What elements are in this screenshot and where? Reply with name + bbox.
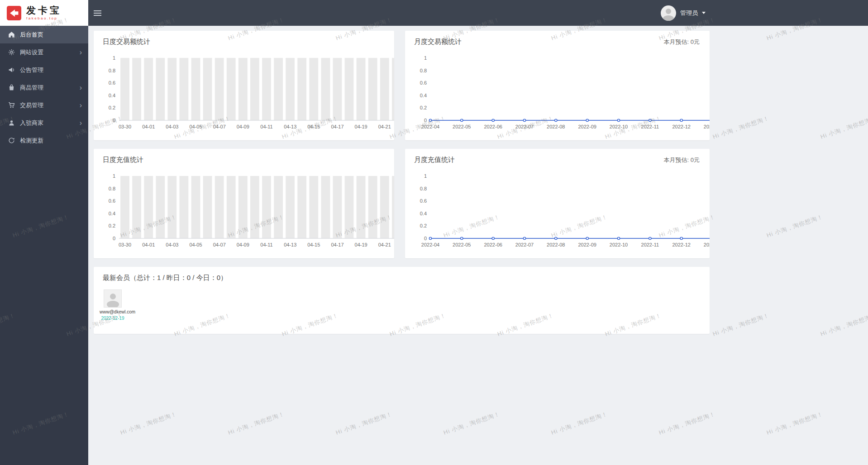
card-title: 月度充值统计 (414, 156, 455, 164)
sidebar-item-merchants[interactable]: 入驻商家 › (0, 114, 88, 132)
charts-row-1: 日度交易额统计 00.20.40.60.8103-3004-0104-0304-… (94, 31, 710, 140)
brand-logo-icon (6, 5, 22, 21)
svg-text:0.8: 0.8 (420, 186, 427, 191)
sidebar-item-orders[interactable]: 交易管理 › (0, 96, 88, 114)
charts-row-2: 日度充值统计 00.20.40.60.8103-3004-0104-0304-0… (94, 149, 710, 258)
watermark-text: Hi 小淘，淘你想淘！ (658, 410, 717, 437)
topbar: 发卡宝 fakebao.top 管理员 (0, 0, 868, 26)
svg-text:2022-06: 2022-06 (484, 242, 502, 247)
svg-text:03-30: 03-30 (119, 242, 131, 247)
sidebar-item-site-settings[interactable]: 网站设置 › (0, 43, 88, 61)
svg-text:04-21: 04-21 (378, 124, 391, 129)
svg-text:2022-05: 2022-05 (453, 124, 471, 129)
svg-text:2022-06: 2022-06 (484, 124, 502, 129)
svg-text:0.8: 0.8 (109, 68, 115, 73)
user-menu[interactable]: 管理员 (661, 0, 706, 26)
svg-text:0.4: 0.4 (420, 211, 427, 216)
sidebar-item-products[interactable]: 商品管理 › (0, 79, 88, 96)
svg-text:0.2: 0.2 (420, 105, 427, 110)
watermark-text: Hi 小淘，淘你想淘！ (335, 410, 394, 437)
latest-members-title: 最新会员（总计：1 / 昨日：0 / 今日：0） (103, 274, 227, 282)
chevron-right-icon: › (80, 102, 82, 109)
svg-text:0.2: 0.2 (420, 223, 427, 228)
sidebar-item-label: 商品管理 (20, 84, 80, 92)
daily-transactions-chart: 00.20.40.60.8103-3004-0104-0304-0504-070… (98, 52, 394, 132)
svg-text:0.2: 0.2 (109, 105, 115, 110)
hamburger-icon (94, 10, 101, 11)
chevron-right-icon: › (80, 119, 82, 127)
svg-text:2022-09: 2022-09 (578, 124, 596, 129)
card-daily-recharge: 日度充值统计 00.20.40.60.8103-3004-0104-0304-0… (94, 149, 394, 258)
svg-text:0.6: 0.6 (420, 198, 427, 204)
sidebar-item-label: 后台首页 (20, 31, 82, 39)
svg-text:04-17: 04-17 (331, 124, 343, 129)
svg-text:04-05: 04-05 (189, 124, 202, 129)
sidebar-item-label: 公告管理 (20, 66, 82, 74)
svg-text:04-19: 04-19 (355, 124, 367, 129)
svg-text:2022-08: 2022-08 (547, 124, 565, 129)
svg-text:0.4: 0.4 (109, 93, 115, 98)
svg-text:04-15: 04-15 (307, 124, 320, 129)
sidebar: 后台首页 网站设置 › 公告管理 商品管理 › 交易管理 › (0, 26, 88, 465)
sidebar-item-home[interactable]: 后台首页 (0, 26, 88, 43)
svg-text:0: 0 (113, 236, 115, 241)
chevron-right-icon: › (80, 49, 82, 56)
watermark-text: Hi 小淘，淘你想淘！ (119, 410, 178, 437)
member-avatar (104, 289, 122, 308)
svg-text:03-30: 03-30 (119, 124, 131, 129)
svg-text:04-11: 04-11 (260, 124, 272, 129)
svg-text:04-09: 04-09 (237, 242, 249, 247)
svg-text:0.2: 0.2 (109, 223, 115, 228)
svg-text:04-03: 04-03 (166, 242, 178, 247)
monthly-transactions-chart: 00.20.40.60.812022-042022-052022-062022-… (410, 52, 710, 132)
cart-icon (8, 102, 15, 109)
monthly-estimate-label: 本月预估: 0元 (664, 38, 700, 46)
card-title: 月度交易额统计 (414, 38, 462, 46)
svg-text:04-11: 04-11 (260, 242, 272, 247)
monthly-recharge-chart: 00.20.40.60.812022-042022-052022-062022-… (410, 171, 710, 250)
sidebar-item-announcements[interactable]: 公告管理 (0, 61, 88, 79)
sidebar-item-label: 检测更新 (20, 137, 82, 145)
svg-text:04-09: 04-09 (237, 124, 249, 129)
sidebar-toggle-button[interactable] (94, 0, 113, 26)
daily-recharge-chart: 00.20.40.60.8103-3004-0104-0304-0504-070… (98, 171, 394, 250)
svg-text:04-01: 04-01 (142, 242, 155, 247)
watermark-text: Hi 小淘，淘你想淘！ (766, 410, 825, 437)
card-monthly-recharge: 月度充值统计 本月预估: 0元 00.20.40.60.812022-04202… (405, 149, 710, 258)
monthly-estimate-label: 本月预估: 0元 (664, 156, 700, 164)
svg-text:04-15: 04-15 (307, 242, 320, 247)
brand-logo[interactable]: 发卡宝 fakebao.top (0, 0, 88, 26)
svg-text:04-19: 04-19 (355, 242, 367, 247)
chevron-right-icon: › (80, 84, 82, 91)
svg-text:0.6: 0.6 (109, 198, 115, 204)
svg-text:04-05: 04-05 (189, 242, 202, 247)
svg-text:0.6: 0.6 (109, 80, 115, 85)
card-monthly-transactions: 月度交易额统计 本月预估: 0元 00.20.40.60.812022-0420… (405, 31, 710, 140)
svg-text:0: 0 (424, 236, 427, 241)
brand-domain: fakebao.top (26, 16, 62, 20)
svg-text:2022-04: 2022-04 (421, 124, 439, 129)
svg-text:2022-09: 2022-09 (578, 242, 596, 247)
member-date-link[interactable]: 2022-12-19 (100, 316, 126, 321)
card-latest-members: 最新会员（总计：1 / 昨日：0 / 今日：0） www@dkewl.com 2… (94, 267, 710, 334)
sidebar-item-label: 入驻商家 (20, 119, 80, 127)
svg-text:2022-04: 2022-04 (421, 242, 439, 247)
chevron-down-icon (702, 12, 706, 14)
svg-text:2022-07: 2022-07 (515, 242, 534, 247)
svg-text:04-13: 04-13 (284, 124, 296, 129)
svg-text:0: 0 (113, 118, 115, 123)
svg-text:1: 1 (113, 55, 115, 61)
svg-text:04-03: 04-03 (166, 124, 178, 129)
svg-text:0.4: 0.4 (420, 93, 427, 98)
svg-text:2023-01: 2023-01 (704, 242, 710, 247)
svg-text:0.6: 0.6 (420, 80, 427, 85)
svg-text:2022-05: 2022-05 (453, 242, 471, 247)
watermark-text: Hi 小淘，淘你想淘！ (820, 311, 868, 338)
svg-text:04-07: 04-07 (213, 242, 226, 247)
user-avatar (661, 5, 676, 21)
user-icon (8, 119, 15, 126)
svg-text:04-13: 04-13 (284, 242, 296, 247)
watermark-text: Hi 小淘，淘你想淘！ (227, 410, 286, 437)
sidebar-item-check-update[interactable]: 检测更新 (0, 132, 88, 149)
main-content: 日度交易额统计 00.20.40.60.8103-3004-0104-0304-… (88, 26, 710, 334)
